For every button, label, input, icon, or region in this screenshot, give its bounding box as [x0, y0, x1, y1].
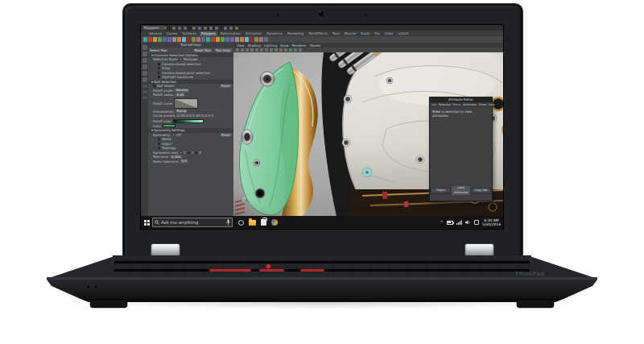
menu-set-dropdown[interactable]: Polygons▾	[142, 26, 167, 30]
microphone-dot-left	[277, 14, 279, 16]
symmetry-reset-button[interactable]: Reset	[220, 133, 232, 137]
curve-presets-label: Curve presets	[153, 114, 175, 118]
falloff-curve-graph[interactable]	[174, 98, 198, 109]
ae-menu-show[interactable]: Show	[479, 103, 486, 106]
ae-load-attributes-button[interactable]: Load Attributes	[452, 186, 470, 195]
tool-name: Select Tool	[150, 48, 192, 52]
menu-view[interactable]: View	[237, 44, 245, 48]
interpolation-label: Interpolation	[153, 110, 174, 114]
highlight-backfaces-checkbox[interactable]	[158, 76, 160, 78]
falloff-radius-label: Falloff radius	[153, 93, 173, 97]
chevron-up-icon[interactable]: ^	[440, 220, 444, 225]
seam-tolerance-field[interactable]: 0.0	[180, 160, 188, 164]
ae-menu-focus[interactable]: Focus	[452, 103, 460, 106]
taskbar-search-box[interactable]	[152, 218, 233, 227]
new-scene-icon[interactable]	[172, 27, 175, 30]
drag-radio[interactable]	[158, 67, 160, 69]
attribute-editor-message: Make a selection to view attributes.	[430, 107, 492, 188]
render-icon[interactable]	[224, 27, 227, 30]
soft-select-checkbox[interactable]	[153, 85, 155, 87]
save-scene-icon[interactable]	[184, 27, 187, 30]
redo-icon[interactable]	[198, 27, 201, 30]
camera-paint-checkbox[interactable]	[158, 72, 160, 74]
ae-copy-tab-button[interactable]: Copy Tab	[472, 189, 490, 193]
ae-menu-selected[interactable]: Selected	[439, 103, 451, 106]
battery-icon[interactable]	[447, 221, 453, 225]
ae-menu-attributes[interactable]: Attributes	[463, 103, 477, 106]
task-view-icon[interactable]	[238, 220, 244, 226]
ae-menu-help[interactable]: Help	[489, 103, 495, 106]
falloff-color-ramp[interactable]	[173, 119, 204, 123]
symmetry-object-radio[interactable]	[158, 143, 160, 145]
microphone-icon[interactable]	[226, 219, 230, 226]
viewport-icon-bar[interactable]	[233, 48, 503, 52]
taskbar-clock[interactable]: 6:30 AM 5/30/2016	[482, 218, 501, 227]
layout-four-view-icon[interactable]	[142, 90, 147, 93]
start-button[interactable]	[141, 216, 152, 229]
rotate-tool-icon[interactable]	[142, 71, 147, 76]
symmetry-topology-radio[interactable]	[158, 147, 160, 149]
shelf-icon-bar[interactable]	[141, 36, 503, 43]
windows-taskbar: ^ 6:30 AM 5/30/2016	[141, 216, 503, 229]
curve-presets[interactable]	[177, 114, 213, 117]
network-signal-icon[interactable]	[456, 220, 462, 225]
laptop-screen: Polygons▾ General Curves Surfaces Polygo…	[141, 25, 503, 229]
app-icon[interactable]	[271, 219, 278, 226]
axis-x-radio[interactable]	[180, 151, 182, 154]
falloff-radius-field[interactable]: 5.00	[175, 93, 185, 97]
undo-icon[interactable]	[192, 27, 196, 30]
shelf-tab-bar: General Curves Surfaces Polygons Deforma…	[141, 31, 503, 36]
symmetry-label: Symmetry:	[153, 133, 171, 137]
ipr-render-icon[interactable]	[229, 27, 233, 30]
axis-y-radio[interactable]	[188, 151, 190, 154]
symmetry-topology-label: Topology	[162, 146, 176, 150]
color-swatch[interactable]	[163, 124, 175, 127]
ae-select-button[interactable]: Select	[431, 189, 450, 193]
reset-tool-button[interactable]: Reset Tool	[193, 48, 213, 52]
camera-based-checkbox[interactable]	[158, 63, 160, 65]
symmetry-world-radio[interactable]	[158, 138, 160, 140]
snap-point-icon[interactable]	[215, 27, 218, 30]
highlight-backfaces-label: Highlight backfaces	[162, 75, 193, 79]
axis-z-radio[interactable]	[195, 151, 197, 154]
attribute-editor-panel: Attribute Editor List Selected Focus Att…	[429, 97, 493, 201]
action-center-icon[interactable]	[474, 220, 479, 225]
menu-show[interactable]: Show	[280, 44, 289, 48]
menu-renderer[interactable]: Renderer	[292, 44, 307, 48]
marquee-radio[interactable]	[180, 58, 182, 60]
symmetry-off-label: Off	[176, 133, 181, 137]
tolerance-field[interactable]: 0.001	[170, 155, 182, 160]
render-settings-icon[interactable]	[235, 27, 238, 30]
snap-grid-icon[interactable]	[204, 27, 207, 30]
falloff-color-label: Falloff color	[153, 119, 171, 123]
falloff-mode-label: Falloff mode	[153, 89, 172, 93]
interpolation-dropdown[interactable]: Ramp	[175, 110, 188, 114]
paint-select-tool-icon[interactable]	[142, 58, 147, 63]
open-scene-icon[interactable]	[178, 27, 181, 30]
laptop-base	[0, 242, 644, 344]
layout-single-icon[interactable]	[142, 85, 147, 88]
search-input[interactable]	[161, 220, 225, 225]
soft-reset-button[interactable]: Reset	[220, 84, 232, 88]
tool-help-button[interactable]: Tool Help	[214, 48, 232, 52]
layout-persp-outliner-icon[interactable]	[142, 96, 147, 99]
symmetry-off-radio[interactable]	[172, 134, 175, 136]
falloff-mode-dropdown[interactable]: Volume	[174, 89, 189, 93]
ae-menu-list[interactable]: List	[431, 103, 436, 106]
menu-lighting[interactable]: Lighting	[264, 44, 277, 48]
speaker-icon[interactable]	[465, 220, 471, 225]
scale-tool-icon[interactable]	[142, 77, 147, 82]
tool-settings-panel: Tool Settings Select Tool Reset Tool Too…	[148, 43, 233, 216]
menu-shading[interactable]: Shading	[248, 44, 261, 48]
lasso-tool-icon[interactable]	[142, 52, 147, 56]
symmetry-object-label: Object	[162, 142, 172, 146]
file-explorer-icon[interactable]	[249, 220, 256, 226]
move-tool-icon[interactable]	[142, 64, 147, 69]
select-tool-icon[interactable]	[142, 45, 147, 50]
viewport-panel: View Shading Lighting Show Renderer Pane…	[233, 43, 503, 216]
toolbox	[141, 43, 148, 216]
color-label: Color	[153, 124, 161, 128]
store-icon[interactable]	[261, 219, 266, 226]
menu-panels[interactable]: Panels	[310, 44, 320, 48]
snap-curve-icon[interactable]	[209, 27, 213, 30]
